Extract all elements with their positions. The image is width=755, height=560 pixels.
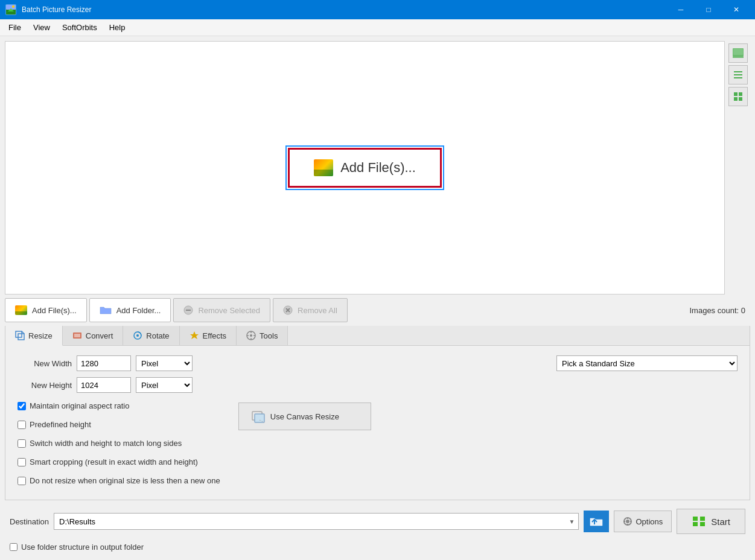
svg-rect-44 — [630, 521, 632, 522]
view-list-button[interactable] — [728, 65, 748, 84]
no-resize-row[interactable]: Do not resize when original size is less… — [18, 476, 220, 485]
svg-marker-46 — [700, 517, 705, 521]
minimize-button[interactable]: ─ — [667, 0, 695, 19]
remove-selected-label: Remove Selected — [198, 306, 260, 315]
destination-wrapper: ▼ — [54, 513, 578, 530]
switch-wh-label: Switch width and height to match long si… — [30, 439, 182, 448]
add-files-button[interactable]: Add File(s)... — [5, 298, 87, 322]
svg-rect-9 — [734, 74, 742, 75]
svg-rect-13 — [734, 97, 737, 101]
add-files-big-button[interactable]: Add File(s)... — [288, 148, 442, 188]
use-folder-structure-row: Use folder structure in output folder — [5, 542, 750, 555]
menu-view[interactable]: View — [27, 21, 56, 34]
switch-wh-checkbox[interactable] — [18, 439, 26, 448]
height-unit-select[interactable]: Pixel Percent Centimeter Inch — [136, 377, 193, 393]
destination-input[interactable] — [54, 513, 578, 530]
main-content: Add File(s)... — [0, 36, 755, 560]
start-button[interactable]: Start — [677, 509, 745, 534]
maintain-aspect-label: Maintain original aspect ratio — [30, 401, 129, 410]
no-resize-checkbox[interactable] — [18, 477, 26, 485]
start-icon — [692, 515, 706, 527]
list-icon — [733, 69, 744, 80]
start-label: Start — [711, 517, 730, 527]
add-files-icon — [15, 305, 27, 315]
svg-rect-8 — [734, 71, 742, 72]
maximize-button[interactable]: □ — [695, 0, 722, 19]
svg-rect-35 — [255, 414, 264, 422]
view-thumbnails-button[interactable] — [728, 43, 748, 63]
view-grid-button[interactable] — [728, 87, 748, 106]
no-resize-label: Do not resize when original size is less… — [30, 476, 220, 485]
svg-rect-21 — [18, 334, 24, 340]
destination-label: Destination — [10, 517, 49, 526]
titlebar: Batch Picture Resizer ─ □ ✕ — [0, 0, 755, 19]
switch-wh-row[interactable]: Switch width and height to match long si… — [18, 439, 220, 448]
tab-convert[interactable]: Convert — [63, 326, 124, 345]
use-folder-structure-label: Use folder structure in output folder — [21, 542, 144, 552]
svg-point-39 — [626, 520, 629, 523]
add-folder-label: Add Folder... — [116, 306, 161, 315]
predefined-height-row[interactable]: Predefined height — [18, 420, 220, 429]
tab-panel: Resize Convert Rotate — [5, 326, 750, 500]
use-folder-structure-checkbox[interactable] — [10, 543, 18, 551]
rotate-tab-icon — [133, 331, 142, 340]
tab-effects-label: Effects — [203, 331, 227, 340]
canvas-resize-button[interactable]: Use Canvas Resize — [238, 402, 371, 430]
menu-file[interactable]: File — [2, 21, 27, 34]
browse-folder-icon — [590, 516, 603, 527]
convert-tab-icon — [72, 331, 82, 340]
folder-icon — [100, 305, 112, 315]
svg-rect-42 — [627, 524, 628, 526]
add-files-big-label: Add File(s)... — [340, 160, 416, 176]
svg-marker-27 — [190, 331, 199, 339]
predefined-height-label: Predefined height — [30, 420, 91, 429]
svg-point-29 — [250, 334, 252, 337]
app-icon — [5, 4, 17, 16]
new-height-input[interactable] — [77, 377, 131, 393]
new-width-input[interactable] — [77, 355, 131, 371]
close-button[interactable]: ✕ — [722, 0, 750, 19]
window-controls: ─ □ ✕ — [667, 0, 750, 19]
toolbar-row: Add File(s)... Add Folder... Remove Sele… — [5, 298, 750, 322]
maintain-aspect-checkbox[interactable] — [18, 402, 26, 410]
smart-crop-row[interactable]: Smart cropping (result in exact width an… — [18, 457, 220, 466]
svg-point-4 — [12, 5, 14, 8]
menu-softorbits[interactable]: SoftOrbits — [56, 21, 103, 34]
tools-tab-icon — [246, 331, 256, 340]
svg-rect-24 — [74, 334, 80, 337]
effects-tab-icon — [190, 331, 199, 340]
svg-rect-12 — [739, 92, 742, 96]
tab-rotate[interactable]: Rotate — [123, 326, 179, 345]
svg-marker-45 — [693, 517, 698, 521]
svg-point-26 — [136, 334, 139, 337]
menu-help[interactable]: Help — [103, 21, 132, 34]
new-height-label: New Height — [18, 381, 72, 390]
svg-rect-43 — [623, 521, 625, 522]
tab-tools-label: Tools — [260, 331, 278, 340]
maintain-aspect-row[interactable]: Maintain original aspect ratio — [18, 401, 220, 410]
smart-crop-checkbox[interactable] — [18, 458, 26, 466]
grid-icon — [733, 91, 744, 102]
remove-all-button[interactable]: Remove All — [273, 298, 348, 322]
tab-effects[interactable]: Effects — [180, 326, 237, 345]
tab-tools[interactable]: Tools — [237, 326, 288, 345]
tab-resize[interactable]: Resize — [5, 326, 63, 346]
tab-rotate-label: Rotate — [146, 331, 169, 340]
file-list-container: Add File(s)... — [5, 41, 750, 294]
svg-marker-47 — [693, 522, 698, 526]
browse-folder-button[interactable] — [584, 511, 609, 532]
file-list: Add File(s)... — [5, 41, 725, 294]
tab-resize-label: Resize — [28, 331, 53, 340]
options-label: Options — [636, 517, 663, 526]
new-width-label: New Width — [18, 359, 72, 368]
app-title: Batch Picture Resizer — [22, 5, 667, 14]
width-unit-select[interactable]: Pixel Percent Centimeter Inch — [136, 355, 193, 371]
standard-size-select[interactable]: Pick a Standard Size 640x480 800x600 102… — [556, 355, 737, 371]
remove-selected-icon — [183, 305, 193, 315]
canvas-resize-label: Use Canvas Resize — [270, 412, 339, 421]
predefined-height-checkbox[interactable] — [18, 421, 26, 429]
remove-all-label: Remove All — [298, 306, 337, 315]
options-button[interactable]: Options — [614, 511, 672, 532]
remove-selected-button[interactable]: Remove Selected — [173, 298, 270, 322]
add-folder-button[interactable]: Add Folder... — [89, 298, 171, 322]
